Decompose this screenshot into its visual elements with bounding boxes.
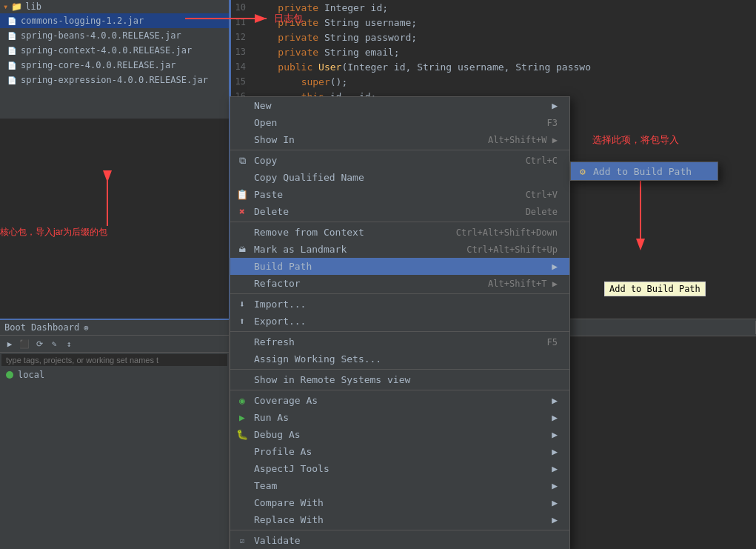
arrow-icon: ▶ — [552, 497, 558, 508]
menu-item-remove-context[interactable]: Remove from Context Ctrl+Alt+Shift+Down — [230, 224, 569, 241]
file-tree-item[interactable]: 📄 spring-core-4.0.0.RELEASE.jar — [0, 58, 229, 73]
boot-dashboard-title: Boot Dashboard ⊗ — [0, 320, 229, 336]
menu-item-refresh[interactable]: Refresh F5 — [230, 333, 569, 350]
shortcut-label: Ctrl+Alt+Shift+Up — [466, 244, 558, 255]
toolbar-btn-5[interactable]: ↕ — [62, 337, 76, 350]
menu-item-copy-qualified[interactable]: Copy Qualified Name — [230, 169, 569, 186]
build-path-icon: ⚙ — [577, 165, 589, 177]
run-icon: ▶ — [236, 412, 248, 424]
menu-item-delete[interactable]: ✖ Delete Delete — [230, 203, 569, 220]
menu-item-profile-as[interactable]: Profile As ▶ — [230, 443, 569, 460]
arrow-icon: ▶ — [552, 514, 558, 525]
boot-search-input[interactable] — [1, 354, 227, 366]
menu-label: Profile As — [254, 446, 312, 457]
toolbar-btn-2[interactable]: ⬛ — [18, 337, 31, 350]
menu-item-mark-landmark[interactable]: 🏔 Mark as Landmark Ctrl+Alt+Shift+Up — [230, 241, 569, 258]
submenu-item-add-to-build-path[interactable]: ⚙ Add to Build Path — [571, 162, 717, 180]
menu-item-copy[interactable]: ⧉ Copy Ctrl+C — [230, 152, 569, 169]
menu-label: Copy Qualified Name — [254, 172, 364, 183]
landmark-icon: 🏔 — [236, 244, 248, 256]
file-tree-item[interactable]: 📄 spring-expression-4.0.0.RELEASE.jar — [0, 73, 229, 87]
menu-label: AspectJ Tools — [254, 463, 330, 474]
menu-label: Coverage As — [254, 395, 318, 406]
menu-item-replace-with[interactable]: Replace With ▶ — [230, 511, 569, 528]
boot-dashboard-panel: Boot Dashboard ⊗ ▶ ⬛ ⟳ ✎ ↕ local — [0, 319, 230, 549]
menu-label: Copy — [254, 155, 277, 166]
boot-search-container — [0, 353, 229, 367]
file-name: spring-context-4.0.0.RELEASE.jar — [21, 45, 192, 56]
menu-item-assign-working-sets[interactable]: Assign Working Sets... — [230, 350, 569, 367]
arrow-icon: ▶ — [552, 463, 558, 474]
local-label: local — [18, 370, 44, 380]
arrow-icon: ▶ — [552, 100, 558, 111]
menu-label: Debug As — [254, 429, 301, 440]
menu-item-compare-with[interactable]: Compare With ▶ — [230, 494, 569, 511]
menu-item-open[interactable]: Open F3 — [230, 114, 569, 131]
file-tree-item[interactable]: 📄 spring-context-4.0.0.RELEASE.jar — [0, 43, 229, 58]
menu-label: Paste — [254, 189, 283, 200]
menu-label: Compare With — [254, 497, 324, 508]
menu-label: Open — [254, 117, 277, 128]
menu-item-show-in[interactable]: Show In Alt+Shift+W ▶ — [230, 131, 569, 148]
menu-label: Assign Working Sets... — [254, 353, 381, 365]
arrow-icon: ▶ — [552, 480, 558, 491]
menu-label: Delete — [254, 206, 289, 217]
shortcut-label: Ctrl+V — [526, 190, 558, 200]
menu-item-refactor[interactable]: Refactor Alt+Shift+T ▶ — [230, 275, 569, 292]
shortcut-label: Alt+Shift+W ▶ — [488, 135, 558, 145]
menu-item-paste[interactable]: 📋 Paste Ctrl+V — [230, 186, 569, 203]
jar-icon: 📄 — [6, 74, 18, 86]
shortcut-label: F5 — [547, 337, 558, 347]
code-line: 11 private String username; — [230, 15, 756, 30]
menu-item-new[interactable]: New ▶ — [230, 97, 569, 114]
copy-icon: ⧉ — [236, 155, 248, 167]
arrow-log — [148, 0, 281, 37]
menu-separator — [230, 293, 569, 294]
menu-item-build-path[interactable]: Build Path ▶ — [230, 258, 569, 275]
menu-label: Import... — [254, 299, 306, 310]
line-number: 14 — [233, 61, 255, 72]
check-icon: ☑ — [236, 535, 248, 547]
menu-label: New — [254, 100, 271, 111]
line-content: super(); — [255, 76, 347, 87]
tooltip-add-to-build-path: Add to Build Path — [604, 282, 706, 296]
menu-item-show-remote[interactable]: Show in Remote Systems view — [230, 371, 569, 388]
menu-item-coverage-as[interactable]: ◉ Coverage As ▶ — [230, 392, 569, 409]
menu-item-team[interactable]: Team ▶ — [230, 477, 569, 494]
line-content: private String email; — [255, 47, 400, 58]
context-menu: New ▶ Open F3 Show In Alt+Shift+W ▶ ⧉ Co… — [230, 96, 570, 549]
menu-label: Show in Remote Systems view — [254, 374, 410, 385]
menu-label: Build Path — [254, 261, 312, 272]
code-line: 13 private String email; — [230, 44, 756, 59]
menu-item-debug-as[interactable]: 🐛 Debug As ▶ — [230, 426, 569, 443]
line-number: 13 — [233, 47, 255, 57]
menu-label: Validate — [254, 535, 301, 546]
annotation-select: 选择此项，将包导入 — [592, 133, 679, 147]
menu-label: Replace With — [254, 514, 324, 525]
toolbar-btn-3[interactable]: ⟳ — [33, 337, 46, 350]
menu-label: Show In — [254, 134, 295, 145]
menu-item-validate[interactable]: ☑ Validate — [230, 532, 569, 549]
menu-label: Export... — [254, 316, 306, 327]
jar-icon: 📄 — [6, 59, 18, 71]
toolbar-btn-1[interactable]: ▶ — [3, 337, 16, 350]
annotation-core: 核心包，导入jar为后缀的包 — [0, 226, 107, 239]
toolbar-btn-4[interactable]: ✎ — [47, 337, 61, 350]
boot-dashboard-toolbar: ▶ ⬛ ⟳ ✎ ↕ — [0, 336, 229, 353]
debug-icon: 🐛 — [236, 429, 248, 441]
tooltip-text: Add to Build Path — [609, 284, 700, 294]
menu-item-import[interactable]: ⬇ Import... — [230, 296, 569, 313]
arrow-icon: ▶ — [552, 261, 558, 272]
menu-item-run-as[interactable]: ▶ Run As ▶ — [230, 409, 569, 426]
boot-local-item: local — [0, 367, 229, 382]
arrow-core — [96, 170, 118, 230]
shortcut-label: Alt+Shift+T ▶ — [488, 279, 558, 289]
menu-label: Team — [254, 480, 277, 491]
coverage-icon: ◉ — [236, 395, 248, 407]
menu-item-aspectj-tools[interactable]: AspectJ Tools ▶ — [230, 460, 569, 477]
file-name: spring-expression-4.0.0.RELEASE.jar — [21, 75, 208, 85]
file-name: commons-logging-1.2.jar — [21, 16, 144, 26]
annotation-text: 选择此项，将包导入 — [592, 134, 679, 145]
menu-item-export[interactable]: ⬆ Export... — [230, 313, 569, 330]
export-icon: ⬆ — [236, 316, 248, 327]
